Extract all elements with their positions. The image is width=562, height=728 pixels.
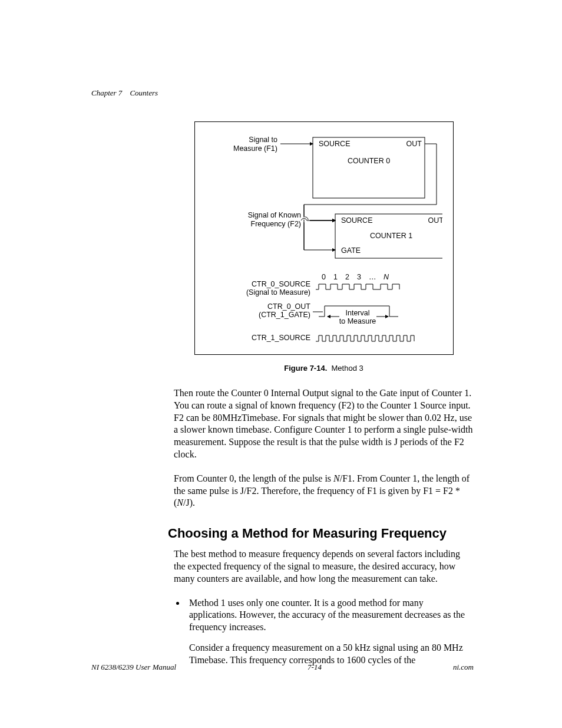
- svg-text:N: N: [384, 273, 389, 281]
- svg-text:Measure (F1): Measure (F1): [233, 144, 277, 153]
- paragraph-3: The best method to measure frequency dep…: [174, 548, 474, 585]
- svg-text:COUNTER 0: COUNTER 0: [347, 157, 389, 165]
- main-content: Signal to Measure (F1) SOURCE OUT COUNTE…: [174, 121, 474, 667]
- svg-text:Interval: Interval: [345, 309, 369, 317]
- page-footer: NI 6238/6239 User Manual 7-14 ni.com: [91, 663, 474, 672]
- svg-text:SOURCE: SOURCE: [319, 140, 350, 148]
- figure-caption: Figure 7-14. Method 3: [174, 364, 474, 373]
- svg-text:(CTR_1_GATE): (CTR_1_GATE): [259, 311, 310, 319]
- svg-text:…: …: [369, 273, 376, 281]
- svg-text:CTR_0_SOURCE: CTR_0_SOURCE: [251, 280, 310, 288]
- footer-center: 7-14: [308, 663, 322, 672]
- svg-text:1: 1: [333, 273, 338, 281]
- svg-text:OUT: OUT: [406, 140, 422, 148]
- chapter-title: Counters: [130, 88, 158, 97]
- running-header: Chapter 7 Counters: [91, 88, 474, 98]
- svg-text:COUNTER 1: COUNTER 1: [369, 232, 412, 240]
- bullet-list: Method 1 uses only one counter. It is a …: [174, 597, 474, 667]
- chapter-number: Chapter 7: [91, 88, 122, 97]
- svg-text:2: 2: [345, 273, 349, 281]
- list-item: Method 1 uses only one counter. It is a …: [186, 597, 474, 667]
- svg-text:GATE: GATE: [341, 246, 361, 255]
- svg-text:Signal to: Signal to: [249, 136, 277, 144]
- svg-text:CTR_1_SOURCE: CTR_1_SOURCE: [251, 334, 310, 342]
- document-page: Chapter 7 Counters Signal to Measure (F1…: [0, 0, 562, 667]
- paragraph-2: From Counter 0, the length of the pulse …: [174, 473, 474, 509]
- svg-text:SOURCE: SOURCE: [341, 216, 372, 225]
- svg-text:Signal of Known: Signal of Known: [247, 211, 300, 219]
- svg-text:CTR_0_OUT: CTR_0_OUT: [267, 302, 310, 311]
- footer-right: ni.com: [453, 663, 474, 672]
- diagram-svg: Signal to Measure (F1) SOURCE OUT COUNTE…: [201, 129, 442, 347]
- footer-left: NI 6238/6239 User Manual: [91, 663, 176, 672]
- svg-text:to Measure: to Measure: [339, 317, 376, 325]
- svg-text:0: 0: [322, 273, 326, 281]
- section-heading: Choosing a Method for Measuring Frequenc…: [168, 526, 474, 541]
- figure-title: Method 3: [332, 364, 363, 373]
- svg-text:3: 3: [357, 273, 361, 281]
- svg-text:Frequency (F2): Frequency (F2): [250, 220, 300, 228]
- figure-7-14: Signal to Measure (F1) SOURCE OUT COUNTE…: [194, 121, 454, 355]
- svg-text:OUT: OUT: [428, 216, 442, 225]
- svg-text:(Signal to Measure): (Signal to Measure): [246, 288, 310, 297]
- figure-number: Figure 7-14.: [284, 364, 327, 373]
- paragraph-1: Then route the Counter 0 Internal Output…: [174, 387, 474, 461]
